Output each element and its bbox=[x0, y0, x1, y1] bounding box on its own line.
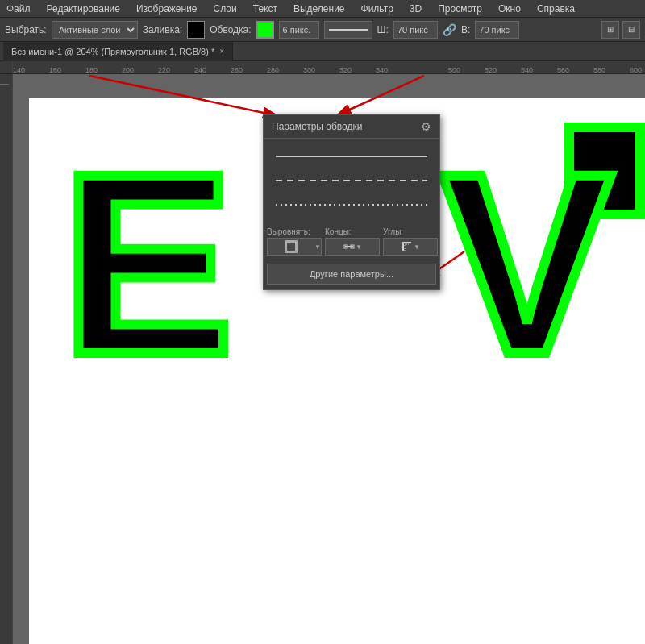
menu-window[interactable]: Окно bbox=[495, 2, 524, 16]
popup-gear-icon[interactable]: ⚙ bbox=[421, 120, 431, 133]
popup-header: Параметры обводки ⚙ bbox=[264, 115, 439, 139]
ends-dropdown-arrow: ▼ bbox=[356, 243, 362, 251]
fill-swatch[interactable] bbox=[187, 21, 205, 39]
tab-bar: Без имени-1 @ 204% (Прямоугольник 1, RGB… bbox=[0, 42, 645, 61]
stroke-type-dropdown[interactable] bbox=[324, 21, 372, 39]
menu-filter[interactable]: Фильтр bbox=[358, 2, 397, 16]
stroke-dotted-option[interactable] bbox=[270, 193, 433, 216]
menu-help[interactable]: Справка bbox=[534, 2, 578, 16]
menu-3d[interactable]: 3D bbox=[406, 2, 425, 16]
layers-dropdown[interactable]: Активные слои bbox=[52, 21, 138, 39]
align-select-icon bbox=[285, 240, 298, 253]
align-control-group: Выровнять: ▼ bbox=[267, 227, 322, 256]
stroke-options-popup: Параметры обводки ⚙ bbox=[263, 114, 440, 290]
popup-content bbox=[264, 139, 439, 224]
canvas-area[interactable]: E V Параметры обводки ⚙ bbox=[13, 74, 645, 644]
ruler-horizontal: 140 160 180 200 220 240 260 280 300 320 … bbox=[13, 61, 645, 74]
menu-select[interactable]: Выделение bbox=[290, 2, 348, 16]
align-select[interactable]: ▼ bbox=[267, 238, 322, 256]
width-label: Ш: bbox=[377, 24, 389, 35]
width-input[interactable] bbox=[393, 21, 438, 39]
tab-label: Без имени-1 @ 204% (Прямоугольник 1, RGB… bbox=[11, 47, 214, 56]
ends-control-group: Концы: ▼ bbox=[325, 227, 380, 256]
stroke-dashed-option[interactable] bbox=[270, 169, 433, 192]
align-dropdown-arrow: ▼ bbox=[314, 243, 321, 251]
corners-label: Углы: bbox=[383, 227, 403, 236]
link-icon[interactable]: 🔗 bbox=[443, 23, 456, 36]
corners-control-group: Углы: ▼ bbox=[383, 227, 438, 256]
menu-layers[interactable]: Слои bbox=[210, 2, 240, 16]
popup-controls-row: Выровнять: ▼ Концы: bbox=[264, 224, 439, 260]
corners-select[interactable]: ▼ bbox=[383, 238, 438, 256]
document-tab[interactable]: Без имени-1 @ 204% (Прямоугольник 1, RGB… bbox=[3, 42, 233, 61]
menu-file[interactable]: Файл bbox=[3, 2, 34, 16]
menu-edit[interactable]: Редактирование bbox=[44, 2, 123, 16]
tab-close-button[interactable]: × bbox=[219, 47, 224, 56]
corners-dropdown-arrow: ▼ bbox=[414, 243, 420, 251]
stroke-solid-option[interactable] bbox=[270, 145, 433, 168]
menu-text[interactable]: Текст bbox=[250, 2, 281, 16]
align-icon-2[interactable]: ⊟ bbox=[622, 21, 640, 39]
menu-bar: Файл Редактирование Изображение Слои Тек… bbox=[0, 0, 645, 18]
menu-image[interactable]: Изображение bbox=[133, 2, 201, 16]
ends-label: Концы: bbox=[325, 227, 352, 236]
menu-view[interactable]: Просмотр bbox=[435, 2, 485, 16]
ends-select[interactable]: ▼ bbox=[325, 238, 380, 256]
height-input[interactable] bbox=[475, 21, 519, 39]
svg-rect-0 bbox=[286, 242, 296, 251]
toolbar-icons: ⊞ ⊟ bbox=[601, 21, 640, 39]
align-label: Выровнять: bbox=[267, 227, 310, 236]
fill-label: Заливка: bbox=[143, 24, 183, 35]
stroke-width-input[interactable] bbox=[279, 21, 319, 39]
other-params-label: Другие параметры... bbox=[310, 269, 393, 279]
solid-line-preview bbox=[276, 156, 427, 157]
height-label: В: bbox=[461, 24, 470, 35]
popup-title: Параметры обводки bbox=[272, 121, 362, 132]
ruler-corner bbox=[0, 61, 13, 74]
stroke-swatch[interactable] bbox=[256, 21, 274, 39]
ruler-vertical: │ bbox=[0, 74, 13, 644]
ruler-tick-marks: 140 160 180 200 220 240 260 280 300 320 … bbox=[13, 61, 645, 74]
dash-line-preview bbox=[276, 180, 427, 181]
letter-e: E bbox=[61, 135, 233, 393]
stroke-label: Обводка: bbox=[210, 24, 251, 35]
toolbar: Выбрать: Активные слои Заливка: Обводка:… bbox=[0, 18, 645, 42]
letter-v: V bbox=[441, 135, 613, 393]
select-label: Выбрать: bbox=[5, 24, 47, 35]
ends-select-icon bbox=[343, 240, 356, 253]
other-params-button[interactable]: Другие параметры... bbox=[267, 264, 436, 285]
dot-line-preview bbox=[276, 204, 427, 206]
main-area: │ E V Параметры обводки ⚙ bbox=[0, 74, 645, 644]
ruler-horizontal-container: 140 160 180 200 220 240 260 280 300 320 … bbox=[0, 61, 645, 74]
corners-select-icon bbox=[401, 240, 414, 253]
align-icon-1[interactable]: ⊞ bbox=[601, 21, 619, 39]
